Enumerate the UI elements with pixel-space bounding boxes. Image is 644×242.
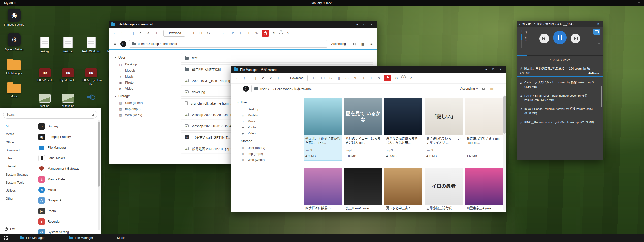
launcher-category[interactable]: Download <box>6 146 38 154</box>
file-row[interactable]: test <box>181 53 373 63</box>
sidebar-item[interactable]: ▣ Photo <box>115 80 177 86</box>
download-file-icon[interactable]: ⇩ <box>276 75 282 81</box>
file-tile[interactable]: 夏を見て いるかな 八月のレイニー＿はるまきごはん co... .mp3 3.0… <box>344 98 382 160</box>
desktop-icon[interactable]: Music <box>4 81 25 98</box>
playlist-menu-icon[interactable]: ≡ <box>598 42 600 46</box>
launcher-category[interactable]: Internet <box>6 162 38 170</box>
launcher-app[interactable]: File Manager <box>38 142 94 153</box>
launcher-category[interactable]: System Settings <box>6 170 38 179</box>
desktop-icon[interactable]: HD 【東方V ocal... <box>34 66 55 86</box>
share-icon[interactable]: < <box>145 30 151 36</box>
list-view-icon[interactable]: ≡ <box>497 86 503 92</box>
launcher-category[interactable]: Office <box>6 138 38 146</box>
minimize-button[interactable]: – <box>589 22 594 25</box>
grid-view-icon[interactable]: ▦ <box>360 41 366 47</box>
share-icon[interactable]: < <box>268 75 274 81</box>
sidebar-item[interactable]: ♪ Music <box>115 74 177 80</box>
launcher-category[interactable]: Other <box>6 195 38 203</box>
cut-icon[interactable]: ✂ <box>328 75 334 81</box>
taskbar-item[interactable]: File Manager <box>20 236 45 240</box>
desktop-icon[interactable]: ◉ FFmpeg Factory <box>4 9 25 27</box>
desktop-icon[interactable] <box>81 92 102 108</box>
exit-button[interactable]: Exit <box>5 227 15 231</box>
sidebar-item[interactable]: ▢ Desktop <box>115 61 177 67</box>
trash-icon[interactable] <box>262 30 269 37</box>
sidebar-item[interactable]: ◇ Models <box>115 67 177 74</box>
desktop-icon[interactable]: test.bat <box>57 37 79 53</box>
playlist-item[interactable]: ♫ In Your Hands＿yusukeP cover. by 柘榴-zak… <box>520 105 598 118</box>
launcher-app[interactable]: Label Maker <box>38 153 94 163</box>
minimize-button[interactable]: – <box>483 67 490 71</box>
desktop-icon[interactable]: HD Fly Me To T... <box>57 66 79 86</box>
sidebar-section-user[interactable]: ▾ User <box>115 56 177 59</box>
launcher-app[interactable]: ▣ Photo <box>38 206 94 216</box>
cast-button[interactable] <box>593 29 600 35</box>
close-button[interactable]: × <box>596 22 601 25</box>
music-titlebar[interactable]: ♪ 例えば、今此処に置かれた花に＿_164 c... – × <box>517 21 603 27</box>
help-icon[interactable]: ? <box>285 30 291 36</box>
seek-bar[interactable] <box>517 55 603 56</box>
sort-dropdown[interactable]: Ascending ▾ <box>460 87 478 90</box>
desktop-icon[interactable]: File Manager <box>4 58 25 75</box>
app-launcher-icon[interactable] <box>4 236 8 240</box>
file-tile[interactable]: 命に嫌われている + acoustic co... 1.69MB <box>465 98 503 160</box>
playlist-item[interactable]: ♫ Cynic＿ポリスピカデリー cover. by 柘榴-zakuro-.mp… <box>520 78 598 91</box>
file-tile[interactable]: 幽霊東京＿Ayase... <box>465 168 503 212</box>
window-titlebar[interactable]: File Manager - 柘榴-zakuro- – □ × <box>231 66 506 73</box>
launcher-app[interactable]: ○ Dummy <box>38 121 94 132</box>
download-button[interactable]: Download <box>163 30 185 37</box>
help-icon[interactable]: ? <box>408 75 414 81</box>
next-track-button[interactable] <box>571 34 580 43</box>
sidebar-item[interactable]: ▣ Photo <box>237 124 299 130</box>
launcher-category[interactable]: Media <box>6 130 38 138</box>
sidebar-section-storage[interactable]: ▾ Storage <box>237 139 299 143</box>
text-cursor-icon[interactable]: I <box>246 30 252 36</box>
address-bar[interactable]: user: / ... / Hello World / 柘榴-zakuro- <box>251 85 456 92</box>
playlist-item[interactable]: ♫ KING＿Kanaria cover. by 柘榴-zakuro-.mp3 … <box>520 118 598 127</box>
window-titlebar[interactable]: File Manager - screenshot – □ × <box>109 21 377 28</box>
open-external-icon[interactable]: ↗ <box>137 30 143 36</box>
new-file-icon[interactable]: ▯ <box>213 30 219 36</box>
info-icon[interactable]: i <box>279 30 283 34</box>
info-icon[interactable]: i <box>401 75 406 79</box>
sidebar-section-user[interactable]: ▾ User <box>237 100 299 104</box>
scrollbar-thumb[interactable] <box>601 86 602 107</box>
sidebar-section-storage[interactable]: ▾ Storage <box>115 94 177 98</box>
sidebar-item[interactable]: ▢ Desktop <box>237 106 299 112</box>
search-box[interactable] <box>3 111 97 119</box>
close-button[interactable]: × <box>497 67 504 71</box>
pause-button[interactable] <box>553 31 567 44</box>
playlist-item[interactable]: ♫ HAPPY BIRTHDAY＿back number cover. by柘榴… <box>520 91 598 105</box>
close-button[interactable]: × <box>368 23 375 26</box>
file-tile[interactable]: 君が夜の海に還るまで＿こんにちは谷田... .mp3 4.35MB <box>384 98 422 160</box>
volume-up-icon[interactable]: + <box>521 29 523 33</box>
sidebar-toggle-icon[interactable]: ≡ <box>112 41 118 47</box>
desktop-icon[interactable]: ⚙ System Setting <box>4 33 25 51</box>
address-bar[interactable]: user: / Desktop / screenshot <box>129 40 327 48</box>
launcher-category[interactable]: All <box>6 122 38 130</box>
taskbar-item[interactable]: File Manager <box>69 236 93 240</box>
file-tile[interactable]: 「寂しい」 命に嫌われている＋＿カンザキイオリ ... .mp3 4.19MB <box>425 98 463 160</box>
search-icon[interactable] <box>480 86 486 92</box>
paste-icon[interactable]: ❒ <box>197 30 203 36</box>
grid-view-icon[interactable]: ▦ <box>489 86 495 92</box>
sidebar-item[interactable]: ▥ User (user:/) <box>115 100 177 106</box>
desktop-icon[interactable]: test.jpg <box>34 92 55 108</box>
launcher-app[interactable]: Management Gateway <box>38 163 94 174</box>
launcher-app[interactable]: A NotepadA <box>38 195 94 206</box>
file-tile[interactable]: 薄ら氷心中＿青く... <box>384 168 422 212</box>
download-icon[interactable]: ⇩ <box>238 30 244 36</box>
refresh-icon[interactable]: ↻ <box>271 30 277 36</box>
sidebar-item[interactable]: ▥ Web (web:/) <box>237 157 299 163</box>
copy-icon[interactable]: ❐ <box>189 30 195 36</box>
dark-mode-toggle[interactable]: ☾ <box>120 41 126 47</box>
download-icon[interactable]: ⇩ <box>360 75 366 81</box>
list-view-icon[interactable]: ≡ <box>368 41 374 47</box>
sidebar-item[interactable]: ▶ Video <box>115 86 177 92</box>
launcher-category[interactable]: System Tools <box>6 179 38 187</box>
desktop-icon[interactable]: test.agi <box>34 37 55 53</box>
new-folder-icon[interactable]: ▭ <box>221 30 228 36</box>
text-cursor-icon[interactable]: I <box>368 75 374 81</box>
minimize-button[interactable]: – <box>354 23 361 26</box>
back-button[interactable]: ← <box>112 30 118 36</box>
